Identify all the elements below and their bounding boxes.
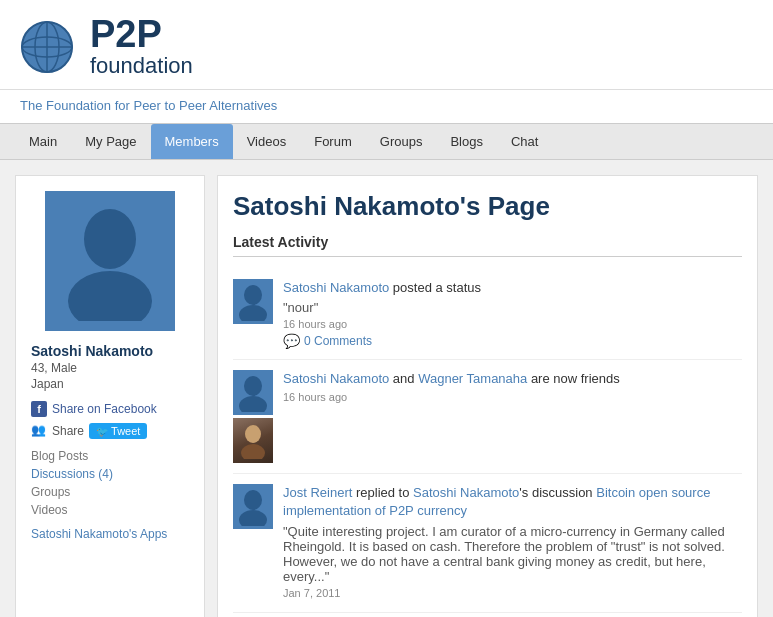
activity-body-3: Jost Reinert replied to Satoshi Nakamoto… [283,484,742,601]
activity-action-2: are now friends [527,371,620,386]
main-panel: Satoshi Nakamoto's Page Latest Activity … [217,175,758,617]
nav-item-main[interactable]: Main [15,124,71,159]
activity-action-3b: 's discussion [519,485,596,500]
facebook-icon: f [31,401,47,417]
nav-item-groups[interactable]: Groups [366,124,437,159]
activity-time-2: 16 hours ago [283,391,742,403]
svg-point-12 [245,425,261,443]
activity-item-friends: Satoshi Nakamoto and Wagner Tamanaha are… [233,360,742,474]
sidebar-discussions[interactable]: Discussions (4) [31,467,189,481]
nav-item-videos[interactable]: Videos [233,124,301,159]
svg-point-14 [244,490,262,510]
activity-body-2: Satoshi Nakamoto and Wagner Tamanaha are… [283,370,742,463]
activity-text-1: Satoshi Nakamoto posted a status [283,279,742,297]
activity-avatar-3 [233,484,273,529]
activity-avatar-2b [233,418,273,463]
activity-and-2: and [389,371,418,386]
share-label[interactable]: Share [52,424,84,438]
svg-point-8 [244,285,262,305]
page-title: Satoshi Nakamoto's Page [233,191,742,222]
comments-count-1: 0 Comments [304,334,372,348]
activity-item-status: Satoshi Nakamoto posted a status "nour" … [233,269,742,360]
activity-avatar-2a [233,370,273,415]
activity-comments-1[interactable]: 💬 0 Comments [283,333,742,349]
logo-globe-icon [20,20,75,75]
activity-action-1: posted a status [389,280,481,295]
activity-user-link-1[interactable]: Satoshi Nakamoto [283,280,389,295]
sidebar-videos[interactable]: Videos [31,503,189,517]
latest-activity-title: Latest Activity [233,234,742,257]
profile-age-gender: 43, Male [31,361,189,375]
share-icon: 👥 [31,423,47,439]
facebook-share-button[interactable]: f Share on Facebook [31,401,189,417]
svg-point-6 [84,209,136,269]
activity-avatar-1 [233,279,273,324]
logo-text: P2P foundation [90,15,193,79]
nav-item-members[interactable]: Members [151,124,233,159]
sidebar-blog-posts[interactable]: Blog Posts [31,449,189,463]
activity-quote-3: "Quite interesting project. I am curator… [283,524,742,584]
activity-text-3: Jost Reinert replied to Satoshi Nakamoto… [283,484,742,520]
svg-point-13 [241,444,265,459]
svg-point-7 [68,271,152,321]
activity-user-link-3b[interactable]: Satoshi Nakamoto [413,485,519,500]
svg-point-10 [244,376,262,396]
sidebar-groups[interactable]: Groups [31,485,189,499]
comment-icon-1: 💬 [283,333,300,349]
nav-item-blogs[interactable]: Blogs [436,124,497,159]
sidebar: Satoshi Nakamoto 43, Male Japan f Share … [15,175,205,617]
activity-user-link-2a[interactable]: Satoshi Nakamoto [283,371,389,386]
main-nav: Main My Page Members Videos Forum Groups… [0,123,773,160]
header: P2P foundation [0,0,773,90]
logo-p2p: P2P [90,15,193,53]
activity-item-discussion: Jost Reinert replied to Satoshi Nakamoto… [233,474,742,612]
activity-quote-1: "nour" [283,300,742,315]
activity-time-1: 16 hours ago [283,318,742,330]
share-row: 👥 Share 🐦 Tweet [31,423,189,439]
activity-body-1: Satoshi Nakamoto posted a status "nour" … [283,279,742,349]
tweet-button[interactable]: 🐦 Tweet [89,423,147,439]
activity-user-link-3[interactable]: Jost Reinert [283,485,352,500]
nav-item-chat[interactable]: Chat [497,124,552,159]
logo-foundation: foundation [90,53,193,79]
profile-name: Satoshi Nakamoto [31,343,189,359]
sidebar-apps-link[interactable]: Satoshi Nakamoto's Apps [31,527,189,541]
nav-item-mypage[interactable]: My Page [71,124,150,159]
nav-item-forum[interactable]: Forum [300,124,366,159]
content-area: Satoshi Nakamoto 43, Male Japan f Share … [0,160,773,617]
tweet-label: Tweet [111,425,140,437]
profile-country: Japan [31,377,189,391]
svg-point-11 [239,396,267,412]
tagline: The Foundation for Peer to Peer Alternat… [0,90,773,123]
twitter-bird-icon: 🐦 [96,426,108,437]
profile-avatar [45,191,175,331]
svg-point-15 [239,510,267,526]
activity-user-link-2b[interactable]: Wagner Tamanaha [418,371,527,386]
activity-text-2: Satoshi Nakamoto and Wagner Tamanaha are… [283,370,742,388]
facebook-share-label: Share on Facebook [52,402,157,416]
svg-point-9 [239,305,267,321]
activity-time-3: Jan 7, 2011 [283,587,742,599]
activity-action-3a: replied to [352,485,413,500]
